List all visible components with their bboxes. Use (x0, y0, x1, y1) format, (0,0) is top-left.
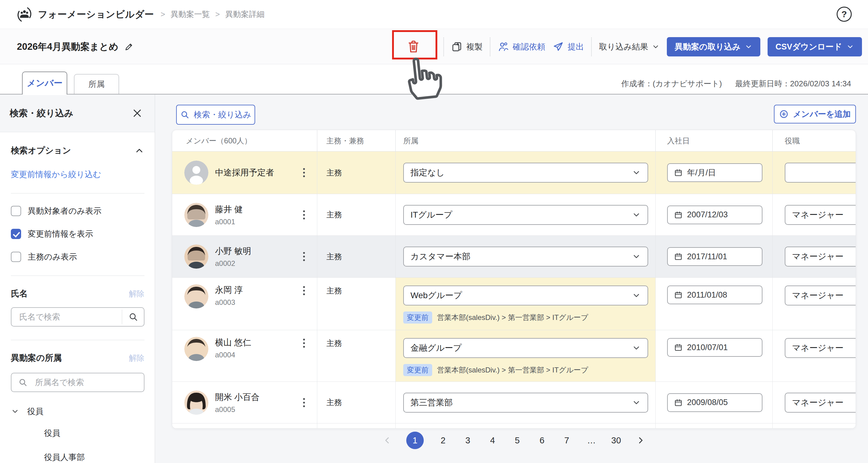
join-date-input[interactable]: 年/月/日 (667, 163, 763, 182)
kebab-menu[interactable] (301, 166, 307, 179)
search-options-title: 検索オプション (11, 145, 71, 156)
avatar (184, 203, 208, 227)
col-header-join-date: 入社日 (655, 130, 772, 151)
updated-label: 最終更新日時：2026/02/03 14:34 (735, 79, 851, 89)
pagination-prev-icon[interactable] (382, 435, 392, 445)
pagination-page[interactable]: 30 (611, 436, 622, 445)
position-select[interactable]: マネージャー (785, 286, 856, 306)
trash-icon (407, 39, 421, 54)
avatar (184, 337, 208, 361)
pagination-page[interactable]: 2 (438, 436, 448, 445)
chevron-up-icon[interactable] (134, 145, 145, 156)
before-change-badge: 変更前 (403, 364, 432, 376)
department-select[interactable]: カスタマー本部 (403, 247, 648, 266)
position-select[interactable]: マネージャー (785, 205, 856, 225)
join-date-input[interactable]: 2017/11/01 (667, 247, 763, 266)
pagination-next-icon[interactable] (636, 435, 646, 445)
checkbox-show-before-info[interactable]: 変更前情報を表示 (11, 229, 145, 239)
chevron-down-icon (652, 43, 660, 51)
join-date-input[interactable]: 2011/01/08 (667, 286, 763, 304)
position-select[interactable]: マネージャー (785, 338, 856, 358)
tab-bar: メンバー 所属 作成者：(カオナビサポート) 最終更新日時：2026/02/03… (0, 64, 868, 94)
app-title: フォーメーションビルダー (38, 8, 154, 21)
col-header-member: メンバー（600人） (172, 130, 317, 151)
page-title: 2026年4月異動案まとめ (17, 40, 118, 53)
member-name: 小野 敏明 (215, 245, 251, 257)
checkbox[interactable] (11, 252, 21, 262)
checkbox[interactable] (11, 206, 21, 216)
pagination-page[interactable]: 6 (536, 436, 548, 445)
tree-leaf-executives[interactable]: 役員 (44, 428, 145, 439)
pagination-page[interactable]: 5 (512, 436, 523, 445)
kebab-menu[interactable] (301, 250, 307, 263)
search-filter-button[interactable]: 検索・絞り込み (176, 105, 255, 125)
kebab-menu[interactable] (301, 284, 307, 297)
csv-download-button[interactable]: CSVダウンロード (768, 37, 862, 56)
table-header-row: メンバー（600人） 主務・兼務 所属 入社日 役職 (172, 130, 856, 151)
join-date-input[interactable]: 2007/12/03 (667, 206, 763, 224)
checkbox-checked[interactable] (11, 229, 21, 239)
department-select[interactable]: 金融グループ (403, 338, 648, 358)
breadcrumb-item-plan-detail: 異動案詳細 (225, 9, 265, 20)
import-plan-button[interactable]: 異動案の取り込み (667, 37, 760, 56)
join-date-input[interactable]: 2010/07/01 (667, 338, 763, 357)
creator-label: 作成者：(カオナビサポート) (621, 79, 722, 89)
duty-label: 主務 (326, 209, 342, 220)
department-select[interactable]: Webグループ (403, 286, 648, 306)
paper-plane-icon (553, 41, 564, 53)
table-row: 藤井 健 a0001 主務 ITグループ (172, 194, 856, 236)
breadcrumb-separator: > (161, 10, 165, 19)
tree-leaf-exec-hr[interactable]: 役員人事部 (44, 452, 145, 463)
dept-search-input[interactable] (11, 373, 145, 392)
confirm-request-button[interactable]: 確認依頼 (498, 41, 545, 53)
toolbar-divider (490, 37, 490, 56)
chevron-down-icon (632, 344, 641, 352)
breadcrumb-item-plans[interactable]: 異動案一覧 (171, 9, 210, 20)
department-select[interactable]: ITグループ (403, 205, 648, 225)
checkbox-show-targets-only[interactable]: 異動対象者のみ表示 (11, 206, 145, 216)
checkbox-show-main-duty-only[interactable]: 主務のみ表示 (11, 252, 145, 262)
content-area: 検索・絞り込み 検索オプション 変更前情報から絞り込む 異動対象者のみ表示 (0, 94, 868, 463)
delete-button[interactable] (391, 32, 436, 61)
table-row: 小野 敏明 a0002 主務 カスタマー本部 (172, 236, 856, 278)
submit-button[interactable]: 提出 (553, 41, 584, 53)
position-select[interactable]: マネージャー (785, 247, 856, 266)
kebab-menu[interactable] (301, 337, 307, 349)
position-select[interactable] (785, 163, 856, 183)
avatar (184, 390, 208, 415)
edit-pencil-icon[interactable] (124, 42, 134, 52)
title-bar: 2026年4月異動案まとめ 複製 (0, 29, 868, 64)
pagination-page[interactable]: 4 (487, 436, 498, 445)
department-select[interactable]: 指定なし (403, 163, 648, 183)
join-date-input[interactable]: 2009/08/05 (667, 393, 763, 412)
chevron-down-icon (745, 43, 752, 51)
pagination-page-current[interactable]: 1 (406, 432, 424, 449)
close-icon[interactable] (132, 108, 143, 119)
add-member-button[interactable]: メンバーを追加 (774, 105, 856, 123)
import-result-menu[interactable]: 取り込み結果 (599, 41, 660, 52)
sidebar-title: 検索・絞り込み (10, 107, 73, 119)
duplicate-button[interactable]: 複製 (451, 41, 483, 53)
calendar-icon (674, 168, 683, 177)
toolbar-divider (443, 37, 444, 56)
search-icon[interactable] (122, 310, 145, 324)
member-code: a0004 (215, 351, 251, 359)
position-select[interactable]: マネージャー (785, 393, 856, 413)
department-select[interactable]: 第三営業部 (403, 393, 648, 413)
divider (11, 193, 145, 194)
filter-before-link[interactable]: 変更前情報から絞り込む (11, 170, 101, 179)
duty-label: 主務 (326, 397, 342, 408)
kebab-menu[interactable] (301, 396, 307, 409)
pagination-page[interactable]: 3 (462, 436, 473, 445)
dept-filter-clear-link[interactable]: 解除 (129, 353, 145, 364)
help-icon[interactable]: ? (837, 7, 852, 22)
tree-node-executives[interactable]: 役員 (11, 406, 145, 417)
main-area: 検索・絞り込み メンバーを追加 メンバー（600人） 主務・兼務 所属 入社日 … (155, 94, 868, 463)
tab-department[interactable]: 所属 (74, 74, 119, 94)
tab-member[interactable]: メンバー (22, 71, 67, 94)
name-filter-clear-link[interactable]: 解除 (129, 289, 145, 299)
pagination-page[interactable]: 7 (561, 436, 572, 445)
chevron-down-icon (632, 291, 641, 300)
member-name: 藤井 健 (215, 204, 243, 215)
kebab-menu[interactable] (301, 208, 307, 221)
